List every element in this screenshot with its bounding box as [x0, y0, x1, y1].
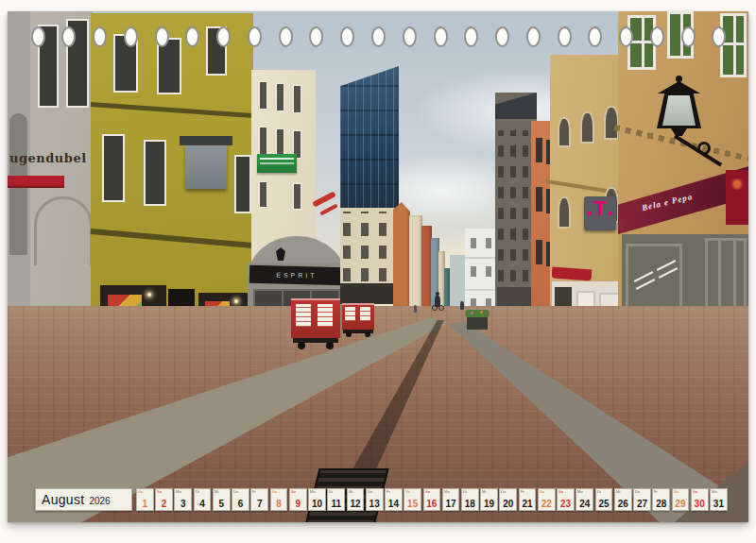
- binding-hole: [558, 26, 572, 47]
- window: [558, 196, 571, 229]
- day-cell: Do6: [232, 488, 249, 511]
- window: [144, 140, 166, 206]
- binding-holes: [8, 11, 748, 68]
- day-cell: Do27: [633, 488, 651, 511]
- cart-label: [296, 304, 311, 327]
- window: [486, 266, 491, 277]
- day-cell: Mo31: [710, 488, 728, 511]
- red-awning-small: [552, 267, 593, 281]
- slate-roof: [495, 93, 537, 119]
- binding-hole: [403, 26, 417, 47]
- bay-awning: [180, 136, 232, 145]
- day-cell: Di25: [595, 488, 613, 511]
- window: [471, 238, 476, 248]
- day-cell: Mo3: [174, 488, 192, 511]
- window: [536, 187, 542, 212]
- binding-hole: [464, 26, 478, 47]
- month-name: August: [42, 492, 84, 507]
- window-grid: [343, 212, 396, 281]
- day-cell: Mo24: [576, 488, 593, 511]
- window: [580, 111, 594, 144]
- calendar-month-label: August 2026: [35, 488, 132, 511]
- cornice: [91, 102, 256, 118]
- window-grid: [498, 130, 534, 281]
- day-cell: Sa8: [270, 488, 288, 511]
- cart-label: [318, 304, 333, 327]
- window: [604, 106, 619, 140]
- day-cell: Mi26: [614, 488, 632, 511]
- glass-mullions: [340, 66, 399, 210]
- cart-label: [360, 307, 370, 321]
- arch-window-outline: [34, 196, 93, 265]
- pedestrian: [414, 305, 417, 313]
- day-cell: Mo17: [442, 488, 460, 511]
- telekom-sign: T: [584, 196, 616, 230]
- flower-planter: [467, 315, 488, 330]
- binding-hole: [371, 26, 386, 47]
- flower: [480, 311, 483, 314]
- window: [536, 138, 542, 162]
- sale-cart: [342, 299, 374, 337]
- bay-box: [185, 144, 227, 189]
- window: [486, 238, 491, 248]
- day-cell: Fr28: [652, 488, 670, 511]
- binding-hole: [526, 26, 541, 47]
- day-cell: Sa15: [404, 488, 421, 511]
- year: 2026: [89, 496, 110, 506]
- day-cell: Sa29: [672, 488, 690, 511]
- flower: [471, 312, 473, 314]
- binding-hole: [124, 26, 138, 47]
- day-cell: Do20: [499, 488, 517, 511]
- day-cell: So30: [691, 488, 709, 511]
- cornice: [91, 229, 256, 248]
- cart-label: [345, 307, 355, 321]
- window: [558, 117, 571, 147]
- street-lantern-icon: [648, 76, 733, 170]
- window: [259, 181, 267, 208]
- day-cell: Mi19: [480, 488, 498, 511]
- day-cell: Mo10: [308, 488, 326, 511]
- day-cell: Fr21: [519, 488, 537, 511]
- display-light: [147, 293, 151, 297]
- binding-hole: [650, 26, 664, 47]
- binding-hole: [31, 26, 45, 47]
- window: [276, 83, 284, 111]
- day-cell: Fr7: [250, 488, 268, 511]
- building-blue-glass: [340, 66, 399, 304]
- cart-wheel: [365, 331, 370, 337]
- cart-wheel: [326, 342, 334, 349]
- window: [102, 134, 125, 202]
- day-cell: Sa22: [538, 488, 556, 511]
- window: [536, 240, 542, 264]
- binding-hole: [216, 26, 231, 47]
- building-orange-gable: [393, 202, 410, 323]
- binding-hole: [588, 26, 602, 47]
- binding-hole: [248, 26, 262, 47]
- cart-wheel: [298, 342, 305, 349]
- day-cell: So16: [423, 488, 441, 511]
- day-cell: Do13: [366, 488, 384, 511]
- window: [276, 128, 284, 157]
- red-panel-sign: [726, 170, 748, 225]
- day-cell: Di18: [461, 488, 479, 511]
- display-light: [234, 299, 238, 303]
- day-cell: Di11: [327, 488, 345, 511]
- sale-cart: [291, 293, 340, 349]
- logo-circle: [730, 178, 744, 191]
- calendar-sheet: ugendubel: [0, 0, 756, 543]
- window: [234, 155, 251, 213]
- window: [259, 81, 267, 110]
- window: [259, 127, 267, 155]
- binding-hole: [185, 26, 199, 47]
- pedestrian: [460, 301, 464, 310]
- day-cell: Di4: [194, 488, 212, 511]
- bookstore-sign: ugendubel: [9, 151, 91, 170]
- binding-hole: [309, 26, 323, 47]
- cornice: [465, 289, 499, 291]
- day-cell: Fr14: [385, 488, 403, 511]
- binding-hole: [340, 26, 354, 47]
- day-cell: Sa1: [136, 488, 154, 511]
- cart-wheel: [346, 331, 352, 337]
- bike-wheel: [438, 305, 444, 311]
- planter-greens: [465, 310, 490, 317]
